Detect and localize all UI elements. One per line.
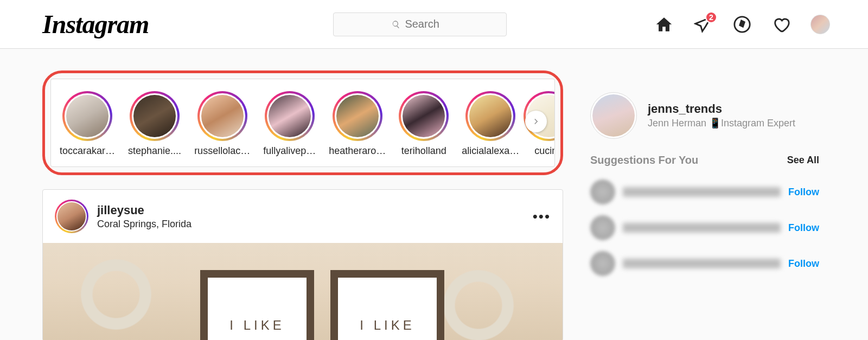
story-item[interactable]: alicialalexa…: [462, 91, 519, 157]
story-username: fullyalivep…: [263, 145, 316, 157]
story-avatar: [336, 95, 379, 137]
post-author-avatar: [58, 202, 86, 230]
story-item[interactable]: stephanie....: [128, 91, 181, 157]
story-avatar: [403, 95, 445, 137]
story-username: russellolac…: [194, 145, 250, 157]
profile-avatar-nav[interactable]: [810, 15, 830, 34]
nav-icons: 2: [654, 15, 830, 34]
story-avatar: [269, 95, 311, 137]
story-username: teriholland: [401, 145, 446, 157]
sidebar-profile-avatar: [590, 92, 637, 139]
suggestion-username[interactable]: [623, 223, 781, 233]
follow-button[interactable]: Follow: [788, 222, 819, 234]
suggestion-avatar[interactable]: [590, 215, 615, 240]
stories-next-button[interactable]: [525, 111, 547, 132]
feed-post: jilleysue Coral Springs, Florida ••• I L…: [42, 189, 563, 340]
stories-tray: toccarakar… stephanie.... russellolac… f…: [50, 79, 555, 167]
decor-frame: I LIKE: [200, 270, 314, 340]
sidebar-profile-username[interactable]: jenns_trends: [648, 102, 795, 116]
suggestions-see-all[interactable]: See All: [787, 155, 819, 166]
messages-icon[interactable]: 2: [693, 15, 713, 34]
suggestion-row: Follow: [590, 174, 835, 210]
post-author-username[interactable]: jilleysue: [97, 203, 524, 217]
sidebar-profile[interactable]: jenns_trends Jenn Herman 📱Instagram Expe…: [590, 92, 835, 139]
chevron-right-icon: [531, 117, 541, 126]
story-username: cucina: [534, 145, 555, 157]
suggestions-title: Suggestions For You: [590, 154, 698, 166]
decor-wreath: [75, 254, 157, 335]
story-username: alicialalexa…: [462, 145, 519, 157]
story-item[interactable]: fullyalivep…: [263, 91, 316, 157]
story-username: stephanie....: [128, 145, 181, 157]
suggestion-avatar[interactable]: [590, 179, 615, 204]
story-item[interactable]: toccarakar…: [60, 91, 115, 157]
story-avatar: [66, 95, 108, 137]
brand-logo[interactable]: Instagram: [42, 9, 149, 39]
activity-icon[interactable]: [771, 15, 791, 34]
follow-button[interactable]: Follow: [788, 258, 819, 270]
post-more-button[interactable]: •••: [533, 208, 551, 225]
decor-wreath: [438, 265, 519, 340]
home-icon[interactable]: [654, 15, 674, 34]
story-username: heatheraro…: [329, 145, 386, 157]
post-image[interactable]: I LIKE I LIKE: [43, 243, 563, 340]
search-icon: [392, 20, 400, 29]
suggestion-username[interactable]: [623, 187, 781, 197]
top-header: Instagram 2: [0, 0, 868, 49]
suggestion-row: Follow: [590, 246, 835, 281]
suggestion-username[interactable]: [623, 259, 781, 268]
story-item[interactable]: russellolac…: [194, 91, 250, 157]
follow-button[interactable]: Follow: [788, 187, 819, 198]
story-avatar: [469, 95, 512, 137]
suggestion-row: Follow: [590, 210, 835, 246]
post-author-story-ring[interactable]: [55, 200, 88, 233]
search-box[interactable]: [333, 12, 507, 36]
messages-badge: 2: [705, 11, 717, 23]
story-item[interactable]: teriholland: [399, 91, 449, 157]
decor-frame: I LIKE: [330, 270, 444, 340]
annotation-highlight: toccarakar… stephanie.... russellolac… f…: [42, 70, 563, 175]
story-item[interactable]: heatheraro…: [329, 91, 386, 157]
sidebar-profile-display: Jenn Herman 📱Instagram Expert: [648, 117, 795, 129]
explore-icon[interactable]: [732, 15, 752, 34]
story-avatar: [133, 95, 176, 137]
story-username: toccarakar…: [60, 145, 115, 157]
story-avatar: [201, 95, 244, 137]
search-input[interactable]: [405, 18, 448, 30]
post-location[interactable]: Coral Springs, Florida: [97, 219, 524, 230]
suggestion-avatar[interactable]: [590, 251, 615, 276]
